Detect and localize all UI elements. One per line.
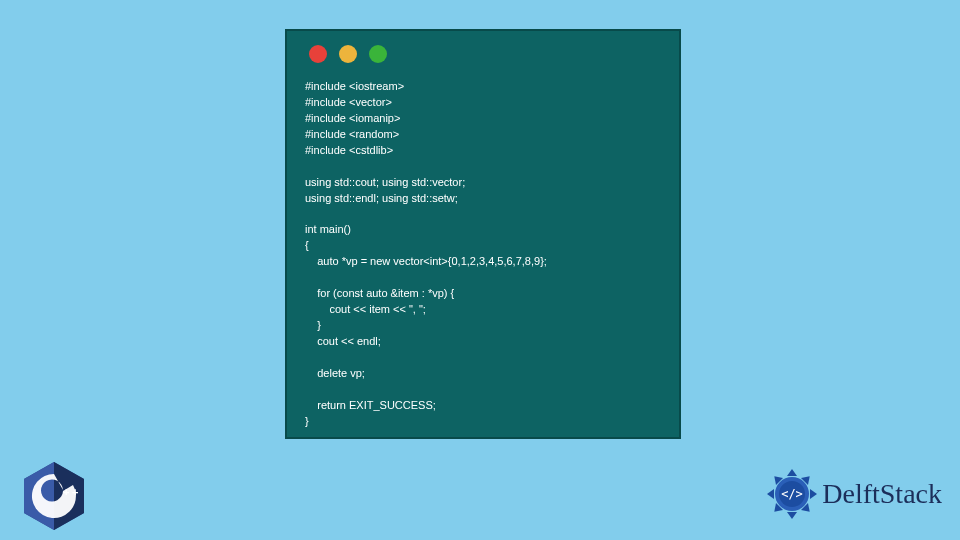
svg-text:+: + [63, 486, 69, 498]
brand-name: DelftStack [822, 478, 942, 510]
gear-icon: </> [766, 468, 818, 520]
cpp-logo: + + [22, 460, 86, 532]
svg-text:</>: </> [781, 487, 803, 501]
code-block: #include <iostream> #include <vector> #i… [305, 79, 661, 430]
svg-marker-6 [787, 512, 797, 519]
delftstack-brand: </> DelftStack [766, 468, 942, 520]
minimize-icon[interactable] [339, 45, 357, 63]
maximize-icon[interactable] [369, 45, 387, 63]
svg-text:+: + [72, 486, 78, 498]
svg-marker-7 [767, 489, 774, 499]
svg-marker-5 [787, 469, 797, 476]
window-controls [309, 45, 661, 63]
code-window: #include <iostream> #include <vector> #i… [285, 29, 681, 439]
svg-marker-8 [810, 489, 817, 499]
cpp-hexagon-icon: + + [22, 460, 86, 532]
close-icon[interactable] [309, 45, 327, 63]
